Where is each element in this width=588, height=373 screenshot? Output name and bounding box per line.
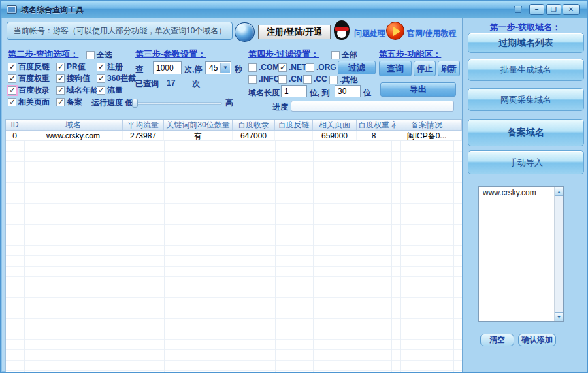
col-id[interactable]: ID	[6, 120, 24, 131]
bucket-icon[interactable]	[514, 5, 522, 13]
checkbox-sogou-value[interactable]: 搜狗值	[56, 73, 90, 84]
cell-baidu-index: 647000	[233, 131, 275, 141]
register-login-button[interactable]: 注册/登陆/开通	[258, 25, 331, 39]
col-filler	[453, 120, 462, 131]
issue-help-link[interactable]: 问题处理	[354, 28, 385, 39]
checkbox-box	[86, 51, 95, 59]
checkbox-select-all[interactable]: 全选	[86, 50, 112, 61]
col-baidu-weight[interactable]: 百度权重	[357, 120, 391, 131]
minimize-button[interactable]: –	[529, 4, 544, 15]
confirm-add-button[interactable]: 确认添加	[518, 334, 556, 346]
progress-bar	[291, 101, 454, 112]
app-icon	[7, 5, 17, 14]
checkbox-org[interactable]: .ORG	[306, 63, 336, 72]
expired-domains-button[interactable]: 过期域名列表	[468, 33, 584, 53]
cell-id: 0	[6, 131, 24, 141]
cell-baidu-backlink	[275, 131, 313, 141]
export-button[interactable]: 导出	[380, 82, 456, 97]
checkbox-traffic[interactable]: 流量	[97, 85, 123, 96]
checkbox-box	[248, 63, 257, 72]
length-to-input[interactable]: 30	[335, 85, 361, 97]
length-mid-label: 位, 到	[310, 88, 330, 99]
col-baidu-backlink[interactable]: 百度反链	[275, 120, 313, 131]
cell-clipped	[391, 131, 400, 141]
close-button[interactable]: ✕	[563, 4, 580, 15]
manual-import-button[interactable]: 手动导入	[468, 150, 584, 174]
length-from-input[interactable]: 1	[281, 85, 307, 97]
checkbox-registration[interactable]: 注册	[97, 61, 123, 73]
checkbox-360-intercept[interactable]: 360拦截	[97, 73, 136, 84]
filter-button[interactable]: 过滤	[338, 61, 376, 74]
scroll-down-icon[interactable]: ▼	[555, 312, 563, 321]
col-clipped[interactable]: 礻	[391, 120, 400, 131]
checkbox-baidu-backlink[interactable]: 百度反链	[8, 61, 50, 73]
times-label: 次	[192, 78, 200, 89]
checkbox-box	[56, 63, 65, 71]
cell-keywords-top30: 有	[164, 131, 233, 141]
cell-icp-status: 闽ICP备0...	[400, 131, 453, 141]
chevron-down-icon[interactable]: ▼	[220, 63, 230, 73]
checkbox-box	[329, 76, 338, 84]
clear-button[interactable]: 清空	[480, 334, 514, 346]
step1-title: 第一步-获取域名：	[463, 22, 588, 33]
checkbox-box	[306, 63, 314, 72]
col-domain[interactable]: 域名	[24, 120, 123, 131]
qq-scarf	[335, 27, 349, 31]
checkbox-all-tlds[interactable]: 全部	[331, 50, 357, 61]
speed-slider-thumb[interactable]	[132, 99, 138, 108]
play-icon[interactable]	[386, 22, 404, 40]
checkbox-box	[97, 63, 105, 71]
table-header: ID 域名 平均流量 关键词前30位数量 百度收录 百度反链 相关页面 百度权重…	[6, 120, 462, 131]
speed-slider-track[interactable]	[132, 102, 222, 105]
refresh-button[interactable]: 刷新	[438, 61, 460, 76]
checkbox-related-pages[interactable]: 相关页面	[8, 97, 50, 108]
window-title: 域名综合查询工具	[21, 5, 84, 16]
cell-filler	[453, 131, 462, 141]
checkbox-cc[interactable]: .CC	[303, 74, 327, 84]
stop-label: 次,停	[184, 64, 202, 75]
checkbox-baidu-index[interactable]: 百度收录	[8, 85, 50, 96]
col-avg-traffic[interactable]: 平均流量	[123, 120, 164, 131]
query-button[interactable]: 查询	[379, 61, 412, 76]
icp-domains-button[interactable]: 备案域名	[468, 119, 584, 146]
seconds-label: 秒	[235, 64, 242, 75]
checkbox-box	[56, 86, 65, 95]
web-collect-button[interactable]: 网页采集域名	[468, 88, 584, 111]
step3-title: 第三步-参数设置：	[135, 48, 206, 60]
scroll-up-icon[interactable]: ▲	[555, 187, 563, 196]
checkbox-box	[8, 98, 16, 106]
queried-count: 17	[167, 78, 175, 88]
official-site-link[interactable]: 官网/使用教程	[407, 28, 456, 39]
list-item[interactable]: www.crsky.com	[479, 187, 563, 199]
qq-icon[interactable]	[333, 20, 351, 42]
table-row[interactable]: 0 www.crsky.com 273987 有 647000 659000 8…	[6, 131, 462, 141]
checkbox-other-tld[interactable]: .其他	[329, 74, 357, 86]
batch-generate-button[interactable]: 批量生成域名	[468, 59, 584, 81]
checkbox-domain-age[interactable]: 域名年龄	[56, 85, 98, 96]
queried-label: 已查询	[135, 78, 159, 89]
col-icp-status[interactable]: 备案情况	[400, 120, 453, 131]
stop-seconds-select[interactable]: 45 ▼	[205, 61, 231, 74]
checkbox-baidu-weight[interactable]: 百度权重	[8, 73, 50, 84]
checkbox-box	[97, 74, 105, 83]
col-baidu-index[interactable]: 百度收录	[233, 120, 275, 131]
checkbox-com[interactable]: .COM	[248, 63, 279, 72]
checkbox-cn[interactable]: .CN	[278, 74, 302, 84]
checkbox-net[interactable]: .NET	[278, 63, 306, 72]
checkbox-box	[8, 74, 16, 83]
checkbox-pr-value[interactable]: PR值	[56, 61, 86, 73]
maximize-button[interactable]: ❐	[546, 4, 561, 15]
col-keywords-top30[interactable]: 关键词前30位数量	[164, 120, 233, 131]
checkbox-infc[interactable]: .INFC	[248, 74, 279, 84]
col-related-pages[interactable]: 相关页面	[313, 120, 357, 131]
domain-listbox[interactable]: www.crsky.com ▲ ▼	[478, 186, 564, 322]
query-count-input[interactable]: 1000	[153, 61, 182, 74]
checkbox-icp-record[interactable]: 备案	[56, 97, 82, 108]
listbox-scrollbar[interactable]: ▲ ▼	[554, 187, 563, 321]
checkbox-box	[8, 63, 16, 71]
stop-button[interactable]: 停止	[414, 61, 436, 76]
cell-related-pages: 659000	[313, 131, 357, 141]
globe-icon	[235, 22, 255, 42]
checkbox-box	[331, 51, 340, 59]
length-label: 域名长度	[248, 88, 280, 99]
